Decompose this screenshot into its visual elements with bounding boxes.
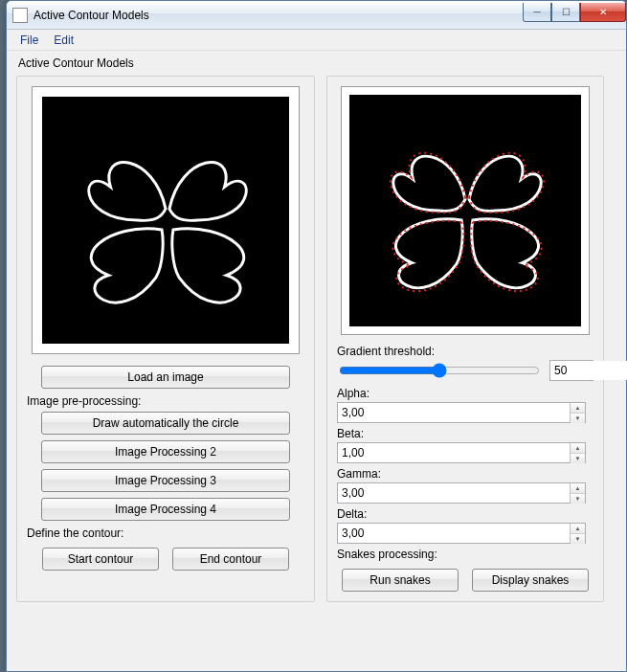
maximize-button[interactable]: ☐ [551, 3, 580, 22]
source-image [42, 97, 289, 344]
app-window: Active Contour Models ─ ☐ ✕ File Edit Ac… [6, 0, 627, 672]
snakes-proc-label: Snakes processing: [337, 548, 593, 561]
source-image-frame [32, 86, 300, 354]
draw-circle-button[interactable]: Draw automatically the circle [41, 412, 290, 435]
left-panel: Load an image Image pre-processing: Draw… [16, 76, 315, 602]
beta-spin-buttons[interactable]: ▲▼ [570, 443, 585, 462]
beta-label: Beta: [337, 427, 593, 440]
app-icon [12, 8, 28, 23]
gamma-label: Gamma: [337, 467, 593, 481]
menu-file[interactable]: File [12, 32, 46, 49]
close-button[interactable]: ✕ [580, 3, 626, 22]
end-contour-button[interactable]: End contour [172, 548, 289, 571]
define-contour-label: Define the contour: [27, 526, 304, 540]
titlebar[interactable]: Active Contour Models ─ ☐ ✕ [7, 1, 626, 30]
gradient-threshold-slider[interactable] [339, 363, 540, 378]
menu-edit[interactable]: Edit [46, 32, 81, 49]
result-image-frame [341, 86, 590, 335]
window-title: Active Contour Models [34, 9, 523, 22]
delta-label: Delta: [337, 507, 593, 521]
beta-input[interactable] [338, 443, 570, 462]
delta-input[interactable] [338, 524, 570, 543]
run-snakes-button[interactable]: Run snakes [342, 569, 459, 592]
gamma-spin-buttons[interactable]: ▲▼ [570, 483, 585, 503]
proc3-button[interactable]: Image Processing 3 [41, 469, 290, 492]
preproc-label: Image pre-processing: [27, 394, 304, 408]
menubar: File Edit [7, 30, 626, 51]
gradient-threshold-label: Gradient threshold: [337, 345, 593, 358]
result-image [349, 95, 581, 326]
proc2-button[interactable]: Image Processing 2 [41, 440, 290, 463]
gamma-input[interactable] [338, 483, 570, 503]
delta-spin-buttons[interactable]: ▲▼ [570, 524, 585, 543]
load-image-button[interactable]: Load an image [41, 366, 290, 389]
start-contour-button[interactable]: Start contour [42, 548, 159, 571]
alpha-label: Alpha: [337, 387, 593, 400]
page-subtitle: Active Contour Models [18, 56, 616, 70]
display-snakes-button[interactable]: Display snakes [472, 569, 589, 592]
minimize-button[interactable]: ─ [523, 3, 551, 22]
alpha-input[interactable] [338, 403, 570, 422]
right-panel: Gradient threshold: ▲▼ Alpha: ▲▼ Beta: [326, 76, 604, 602]
proc4-button[interactable]: Image Processing 4 [41, 498, 290, 521]
gradient-threshold-value[interactable] [550, 361, 627, 380]
alpha-spin-buttons[interactable]: ▲▼ [570, 403, 585, 422]
